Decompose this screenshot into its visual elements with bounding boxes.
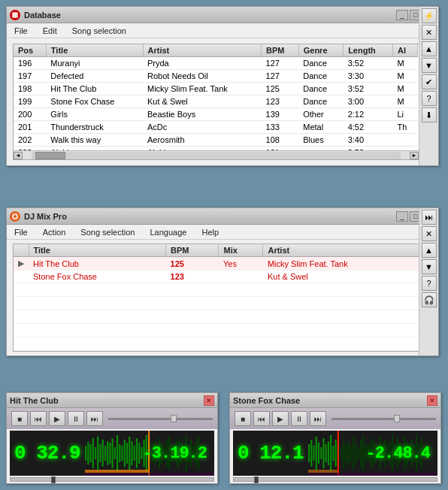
svg-rect-13 (104, 446, 105, 461)
svg-rect-103 (308, 470, 338, 473)
table-row[interactable]: 199 Stone Fox Chase Kut & Swel 123 Dance… (14, 95, 418, 108)
svg-rect-16 (111, 438, 113, 468)
svg-rect-75 (355, 443, 356, 464)
svg-rect-8 (92, 438, 93, 468)
djmix-btn-close[interactable]: ✕ (422, 226, 437, 241)
db-btn-up[interactable]: ▲ (422, 41, 437, 56)
svg-rect-104 (308, 473, 437, 476)
player-right-volume-slider[interactable] (331, 418, 436, 420)
table-row[interactable]: 201 Thunderstruck AcDc 133 Metal 4:52 Th (14, 121, 418, 134)
player-right-remaining: -2.48.4 (363, 444, 433, 463)
db-menu-songselection[interactable]: Song selection (69, 25, 129, 37)
db-minimize-button[interactable]: _ (396, 10, 408, 20)
player-left-volume-slider[interactable] (108, 418, 213, 420)
djmix-btn-up[interactable]: ▲ (422, 243, 437, 258)
svg-rect-62 (325, 444, 326, 462)
row-indicator (14, 271, 29, 283)
svg-rect-55 (308, 444, 310, 462)
player-right-display: 0 12.1 (233, 431, 437, 476)
col-pos: Pos (14, 44, 46, 57)
db-scroll-right[interactable]: ► (410, 152, 419, 159)
svg-rect-7 (89, 444, 91, 462)
cell-bpm: 125 (262, 83, 299, 95)
player-left-progress-thumb[interactable] (51, 476, 56, 483)
player-right-stop-button[interactable]: ■ (235, 411, 251, 426)
svg-rect-54 (85, 473, 214, 476)
djmix-btn-down[interactable]: ▼ (422, 259, 437, 274)
player-right-title-bar: Stone Fox Chase ✕ (230, 393, 440, 408)
table-row[interactable]: 197 Defected Robot Needs Oil 127 Dance 3… (14, 70, 418, 83)
svg-rect-68 (337, 431, 338, 476)
db-menu-file[interactable]: File (11, 25, 31, 37)
cell-bpm: 127 (262, 70, 299, 83)
player-right-close-button[interactable]: ✕ (427, 395, 437, 406)
player-left-stop-button[interactable]: ■ (11, 411, 28, 426)
djmix-menu-help[interactable]: Help (198, 226, 222, 238)
cell-length: 3:30 (344, 70, 393, 83)
player-right-progress-bar[interactable] (233, 477, 437, 482)
cell-title: Stone Fox Chase (46, 95, 143, 108)
row-play-indicator: ▶ (14, 257, 29, 271)
djmix-btn-help[interactable]: ? (422, 276, 437, 291)
table-row[interactable]: 198 Hit The Club Micky Slim Feat. Tank 1… (14, 83, 418, 95)
cell-artist: Beastie Boys (143, 108, 262, 121)
table-row[interactable]: 200 Girls Beastie Boys 139 Other 2:12 Li (14, 108, 418, 121)
player-left-volume-thumb (171, 415, 177, 422)
db-menu-edit[interactable]: Edit (40, 25, 60, 37)
db-btn-close[interactable]: ✕ (422, 25, 437, 40)
db-btn-down[interactable]: ▼ (422, 58, 437, 73)
player-right-window: Stone Fox Chase ✕ ■ ⏮ ▶ ⏸ ⏭ 0 12.1 (229, 392, 441, 484)
cell-bpm: 123 (262, 95, 299, 108)
djmix-minimize-button[interactable]: _ (396, 211, 408, 222)
db-btn-help[interactable]: ? (422, 91, 437, 106)
db-side-buttons: ⚡ ✕ ▲ ▼ ✔ ? ⬇ (419, 7, 438, 165)
player-right-pause-button[interactable]: ⏸ (291, 411, 307, 426)
player-left-pause-button[interactable]: ⏸ (68, 411, 84, 426)
djmix-btn-skip[interactable]: ⏭ (422, 210, 437, 225)
djmix-table: Title BPM Mix Artist ▶ Hit The Club 125 … (14, 244, 431, 351)
player-left-progress-bar[interactable] (10, 477, 214, 482)
player-right-play-button[interactable]: ▶ (272, 411, 289, 426)
db-btn-check[interactable]: ✔ (422, 74, 437, 89)
svg-rect-69 (341, 447, 342, 459)
db-hscroll-thumb[interactable] (35, 152, 65, 159)
col-bpm: BPM (262, 44, 299, 57)
player-left-play-button[interactable]: ▶ (49, 411, 65, 426)
table-row[interactable]: 196 Muranyi Pryda 127 Dance 3:52 M (14, 57, 418, 70)
cell-length: 2:12 (344, 108, 393, 121)
djmix-menu-language[interactable]: Language (147, 226, 189, 238)
cell-length: 3:52 (344, 83, 393, 95)
djmix-btn-headphones[interactable]: 🎧 (422, 292, 437, 307)
svg-rect-11 (99, 444, 101, 462)
player-left-next-button[interactable]: ⏭ (86, 411, 103, 426)
cell-genre: Dance (298, 70, 343, 83)
svg-rect-71 (345, 444, 347, 462)
svg-rect-59 (318, 443, 319, 464)
db-btn-export[interactable]: ⬇ (422, 107, 437, 122)
svg-rect-25 (133, 446, 135, 461)
table-row[interactable]: 202 Walk this way Aerosmith 108 Blues 3:… (14, 134, 418, 147)
player-right-next-button[interactable]: ⏭ (310, 411, 326, 426)
db-btn-flash[interactable]: ⚡ (422, 8, 437, 23)
djmix-table-row[interactable]: Stone Fox Chase 123 Kut & Swel (14, 271, 431, 283)
djmix-menu-action[interactable]: Action (40, 226, 69, 238)
cell-genre: Dance (298, 83, 343, 95)
player-right-progress-thumb[interactable] (254, 476, 259, 483)
svg-point-4 (14, 215, 17, 218)
db-title-bar: Database _ □ ✕ (7, 7, 438, 23)
cell-length: 3:52 (344, 57, 393, 70)
djmix-side-buttons: ⏭ ✕ ▲ ▼ ? 🎧 (419, 208, 438, 355)
djmix-col-artist: Artist (263, 244, 431, 257)
djmix-table-row[interactable]: ▶ Hit The Club 125 Yes Micky Slim Feat. … (14, 257, 431, 271)
djmix-menu-songselection[interactable]: Song selection (77, 226, 138, 238)
db-scroll-left[interactable]: ◄ (14, 152, 23, 159)
db-table: Pos Title Artist BPM Genre Length Al 196… (14, 44, 418, 159)
player-right-prev-button[interactable]: ⏮ (253, 411, 270, 426)
player-left-prev-button[interactable]: ⏮ (30, 411, 47, 426)
player-left-close-button[interactable]: ✕ (204, 395, 214, 406)
svg-rect-26 (135, 438, 137, 468)
djmix-menu-file[interactable]: File (11, 226, 31, 238)
svg-rect-65 (332, 446, 334, 461)
db-title: Database (24, 11, 396, 20)
cell-al: Th (393, 121, 418, 134)
